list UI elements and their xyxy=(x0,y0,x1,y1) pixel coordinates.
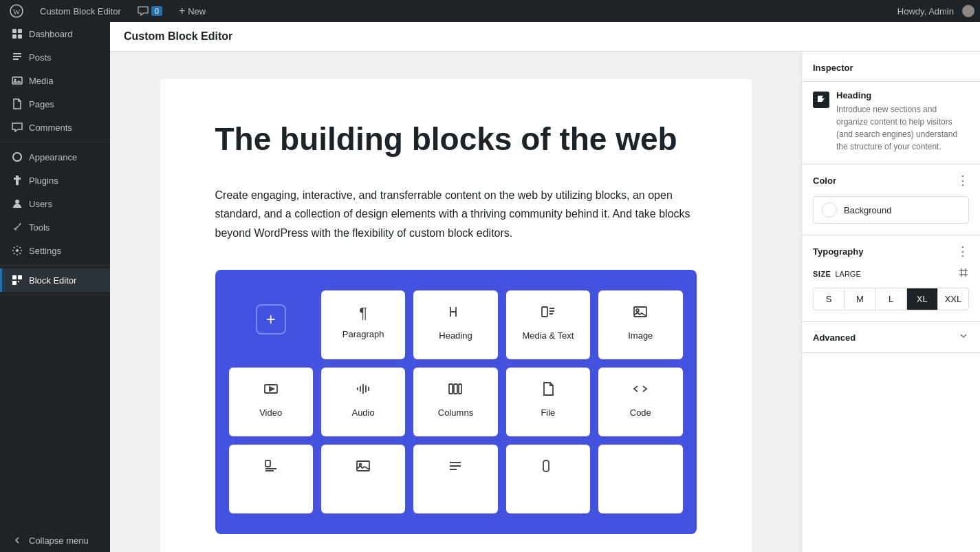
content-area: Custom Block Editor The building blocks … xyxy=(110,22,980,552)
color-section-header[interactable]: Color ⋮ xyxy=(802,164,980,196)
svg-rect-10 xyxy=(12,275,17,279)
sidebar-item-users[interactable]: Users xyxy=(0,192,110,215)
block-label: Audio xyxy=(351,407,374,418)
sidebar-item-dashboard[interactable]: Dashboard xyxy=(0,22,110,45)
sidebar-item-comments[interactable]: Comments xyxy=(0,116,110,139)
editor-main: The building blocks of the web Create en… xyxy=(110,52,801,552)
editor-paragraph[interactable]: Create engaging, interactive, and transf… xyxy=(215,186,697,242)
admin-bar: W Custom Block Editor 0 + New Howdy, Adm… xyxy=(0,0,980,22)
sidebar-item-block-editor[interactable]: Block Editor xyxy=(0,268,110,292)
size-btn-s[interactable]: S xyxy=(814,288,845,310)
appearance-icon xyxy=(11,151,23,163)
wp-logo-link[interactable]: W xyxy=(6,0,28,22)
sidebar-item-label: Appearance xyxy=(29,152,77,162)
background-color-label: Background xyxy=(844,205,891,215)
sidebar-item-settings[interactable]: Settings xyxy=(0,239,110,262)
columns-icon xyxy=(448,381,463,401)
color-section: Color ⋮ Background xyxy=(802,164,980,235)
editor-heading[interactable]: The building blocks of the web xyxy=(215,120,697,158)
svg-rect-22 xyxy=(265,460,270,467)
block-label: Columns xyxy=(438,407,473,418)
background-color-row[interactable]: Background xyxy=(813,196,969,224)
site-name-link[interactable]: Custom Block Editor xyxy=(36,0,125,22)
sidebar-item-label: Media xyxy=(29,76,53,86)
block-label: Image xyxy=(628,330,653,341)
block-item-r3-3[interactable] xyxy=(413,445,497,513)
block-label: File xyxy=(541,407,555,418)
block-item-video[interactable]: Video xyxy=(229,368,313,436)
howdy-text: Howdy, Admin xyxy=(897,6,954,17)
block-item-media-text[interactable]: Media & Text xyxy=(506,290,590,359)
advanced-section-header[interactable]: Advanced xyxy=(802,322,980,352)
svg-rect-19 xyxy=(449,384,453,394)
block-flag-icon xyxy=(813,92,829,108)
block-item-r3-5[interactable] xyxy=(598,445,682,513)
dashboard-icon xyxy=(11,28,23,40)
collapse-menu-button[interactable]: Collapse menu xyxy=(0,529,110,552)
block-item-code[interactable]: Code xyxy=(598,368,682,436)
size-value: LARGE xyxy=(835,270,860,278)
color-more-button[interactable]: ⋮ xyxy=(957,173,969,188)
svg-marker-18 xyxy=(270,387,274,391)
inspector-block-info: Heading Introduce new sections and organ… xyxy=(802,82,980,164)
comments-link[interactable]: 0 xyxy=(133,0,166,22)
block-item-r3-1[interactable] xyxy=(229,445,313,513)
new-link[interactable]: + New xyxy=(175,0,210,22)
svg-rect-21 xyxy=(459,384,461,394)
page-header: Custom Block Editor xyxy=(110,22,980,52)
block-item-file[interactable]: File xyxy=(506,368,590,436)
block-label: Code xyxy=(630,407,651,418)
typography-section-header[interactable]: Typography ⋮ xyxy=(802,235,980,267)
svg-point-16 xyxy=(636,309,639,312)
image-icon xyxy=(633,304,648,323)
block-preview: + ¶ Paragraph Heading xyxy=(215,270,697,534)
size-controls-icon[interactable] xyxy=(958,267,969,281)
tools-icon xyxy=(11,221,23,233)
r3-icon-2 xyxy=(356,458,371,478)
sidebar-item-label: Dashboard xyxy=(29,29,73,39)
block-item-image[interactable]: Image xyxy=(598,290,682,359)
block-item-r3-2[interactable] xyxy=(321,445,405,513)
editor-content: The building blocks of the web Create en… xyxy=(160,79,752,552)
sidebar-item-posts[interactable]: Posts xyxy=(0,45,110,69)
collapse-icon xyxy=(11,534,23,546)
size-btn-l[interactable]: L xyxy=(875,288,906,310)
svg-point-8 xyxy=(15,200,19,204)
sidebar-item-tools[interactable]: Tools xyxy=(0,215,110,239)
add-block-button[interactable]: + xyxy=(229,290,313,359)
block-name: Heading xyxy=(836,90,969,100)
size-btn-xxl[interactable]: XXL xyxy=(938,288,968,310)
svg-rect-11 xyxy=(18,275,22,279)
sidebar-item-pages[interactable]: Pages xyxy=(0,92,110,116)
typography-more-button[interactable]: ⋮ xyxy=(957,244,969,259)
block-item-paragraph[interactable]: ¶ Paragraph xyxy=(321,290,405,359)
page-title: Custom Block Editor xyxy=(124,30,232,42)
svg-point-9 xyxy=(16,249,19,252)
inspector-header: Inspector xyxy=(802,52,980,82)
size-btn-xl[interactable]: XL xyxy=(907,288,938,310)
svg-rect-4 xyxy=(12,34,17,39)
sidebar-item-label: Plugins xyxy=(29,176,58,186)
size-btn-m[interactable]: M xyxy=(845,288,875,310)
sidebar-item-appearance[interactable]: Appearance xyxy=(0,145,110,169)
block-description: Introduce new sections and organize cont… xyxy=(836,103,969,153)
inspector-panel: Inspector Heading Introduce new sections… xyxy=(801,52,980,552)
sidebar-item-label: Settings xyxy=(29,246,61,256)
sidebar: Dashboard Posts Media Pages xyxy=(0,22,110,552)
paragraph-icon: ¶ xyxy=(359,304,367,322)
video-icon xyxy=(263,381,279,401)
block-item-columns[interactable]: Columns xyxy=(413,368,497,436)
block-item-heading[interactable]: Heading xyxy=(413,290,497,359)
media-icon xyxy=(11,74,23,87)
typography-body: SIZE LARGE S M L XL XXL xyxy=(802,267,980,321)
plus-icon: + xyxy=(266,310,276,329)
settings-icon xyxy=(11,244,23,257)
svg-rect-13 xyxy=(18,281,19,282)
sidebar-item-media[interactable]: Media xyxy=(0,69,110,92)
block-item-r3-4[interactable] xyxy=(506,445,590,513)
heading-icon xyxy=(448,304,463,323)
block-item-audio[interactable]: Audio xyxy=(321,368,405,436)
svg-rect-3 xyxy=(18,29,22,33)
sidebar-item-plugins[interactable]: Plugins xyxy=(0,169,110,192)
code-icon xyxy=(633,381,648,401)
